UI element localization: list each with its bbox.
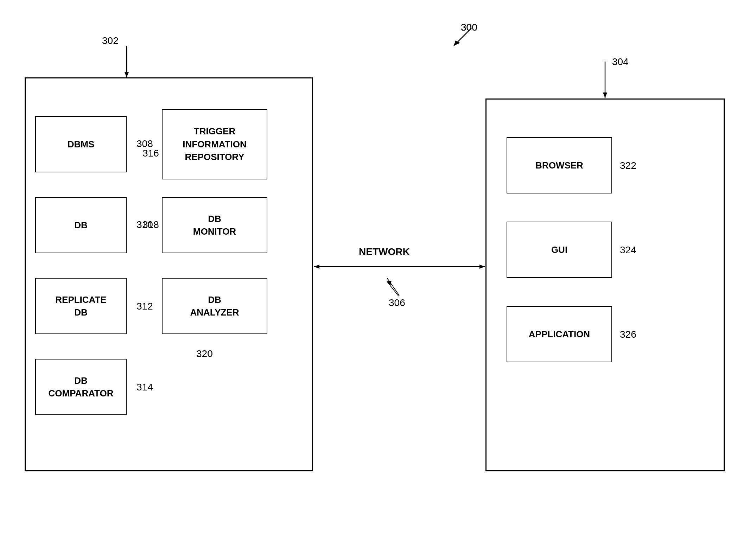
svg-marker-21 [387, 281, 392, 285]
trigger-info-repo-box: TRIGGER INFORMATION REPOSITORY [162, 109, 267, 179]
network-label: NETWORK [359, 246, 410, 257]
diagram: 300 300 302 304 SERVER CLIENT DBMS 308 D… [0, 0, 750, 560]
browser-box: BROWSER [507, 137, 612, 193]
ref-306: 306 [389, 297, 405, 308]
ref-304-label: 304 [612, 56, 629, 68]
ref-302-label: 302 [102, 35, 119, 46]
db-comparator-box: DB COMPARATOR [35, 359, 127, 415]
ref-318: 318 [142, 219, 159, 230]
dbms-box: DBMS [35, 116, 127, 172]
replicate-db-box: REPLICATE DB [35, 278, 127, 334]
svg-marker-8 [479, 265, 485, 269]
ref-322: 322 [620, 160, 636, 171]
svg-marker-1 [125, 72, 129, 77]
ref-314: 314 [136, 382, 153, 393]
db-monitor-box: DB MONITOR [162, 197, 267, 253]
ref-326: 326 [620, 329, 636, 340]
ref-316: 316 [142, 148, 159, 159]
svg-marker-5 [603, 93, 607, 98]
db-analyzer-box: DB ANALYZER [162, 278, 267, 334]
gui-box: GUI [507, 222, 612, 278]
db-box: DB [35, 197, 127, 253]
svg-line-9 [387, 278, 399, 295]
ref-312: 312 [136, 301, 153, 312]
ref-320: 320 [196, 348, 213, 359]
application-box: APPLICATION [507, 306, 612, 362]
svg-line-20 [387, 281, 399, 296]
svg-marker-7 [314, 265, 319, 269]
ref-324: 324 [620, 244, 636, 256]
ref-300-label: 300 [461, 22, 477, 33]
svg-marker-3 [454, 40, 460, 46]
